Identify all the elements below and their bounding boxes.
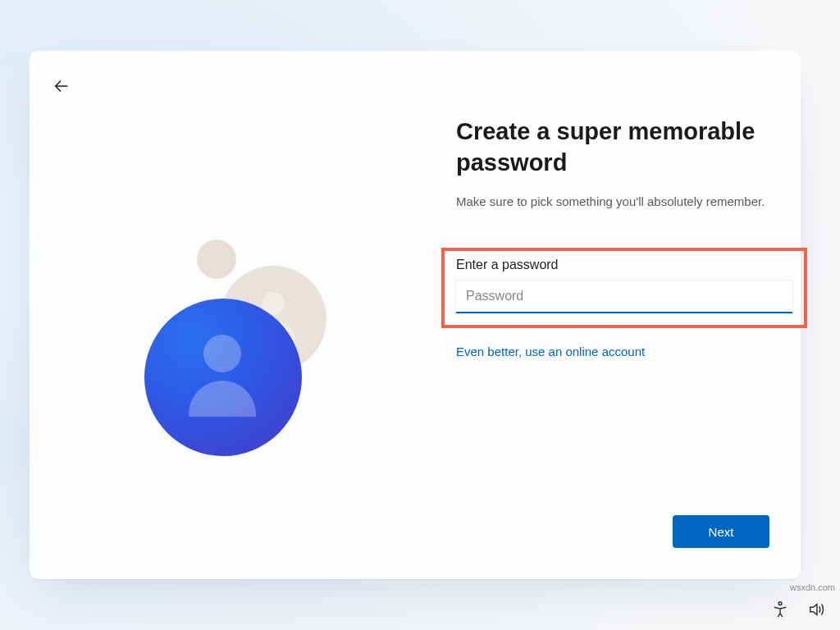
content-pane: Create a super memorable password Make s… [456,116,792,359]
system-tray [771,600,825,622]
accessibility-button[interactable] [771,600,789,622]
primary-user-circle [144,299,302,456]
watermark-text: wsxdn.com [790,582,835,592]
person-body-icon [189,381,256,417]
accessibility-icon [771,600,789,619]
online-account-link[interactable]: Even better, use an online account [456,345,645,358]
password-input[interactable] [456,281,792,313]
volume-icon [807,600,825,619]
volume-button[interactable] [807,600,825,622]
page-subtitle: Make sure to pick something you'll absol… [456,193,792,212]
password-section-highlight: Enter a password [441,248,807,328]
user-illustration [136,240,349,453]
arrow-left-icon [52,77,71,95]
page-title: Create a super memorable password [456,116,792,178]
decorative-dot [197,240,236,279]
next-button[interactable]: Next [673,515,769,548]
setup-card: Create a super memorable password Make s… [30,51,801,579]
back-button[interactable] [48,72,75,100]
person-head-icon [203,335,241,372]
svg-point-0 [778,602,782,605]
password-label: Enter a password [456,258,792,272]
